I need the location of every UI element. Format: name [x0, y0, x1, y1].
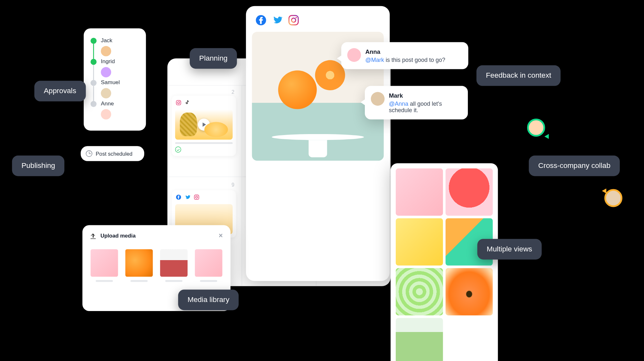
- post-scheduled-label: Post scheduled: [96, 151, 132, 157]
- upload-icon: [90, 233, 96, 239]
- avatar: [347, 48, 361, 62]
- grid-image[interactable]: [396, 268, 443, 316]
- media-library-pill: Media library: [178, 289, 239, 310]
- upload-media-label[interactable]: Upload media: [100, 233, 136, 239]
- comment-body: @Anna all good let's schedule it.: [389, 101, 460, 113]
- media-thumbnail[interactable]: [90, 249, 118, 282]
- grid-image[interactable]: [446, 169, 493, 216]
- comment-author: Mark: [389, 92, 460, 99]
- play-icon[interactable]: [198, 119, 210, 131]
- comment-body: @Mark is this post good to go?: [365, 57, 460, 63]
- twitter-icon: [184, 194, 191, 200]
- media-thumbnail[interactable]: [125, 249, 153, 282]
- approvals-pill: Approvals: [34, 81, 86, 102]
- approver-row: Anne: [90, 100, 139, 120]
- calendar-day-number: 2: [232, 89, 234, 95]
- cursor-icon: [545, 134, 551, 140]
- close-icon[interactable]: ×: [219, 232, 223, 240]
- tiktok-icon: [184, 99, 191, 106]
- status-dot-approved: [90, 38, 97, 44]
- check-icon: [175, 147, 181, 153]
- status-dot-pending: [90, 80, 97, 86]
- avatar: [371, 92, 385, 106]
- instagram-icon: [193, 194, 200, 200]
- comment-author: Anna: [365, 48, 460, 55]
- approver-row: Ingrid: [90, 58, 139, 77]
- collaborator-avatar: [527, 119, 545, 137]
- comment-bubble[interactable]: Mark @Anna all good let's schedule it.: [365, 86, 468, 120]
- comment-bubble[interactable]: Anna @Mark is this post good to go?: [341, 42, 469, 69]
- media-thumbnail[interactable]: [160, 249, 188, 282]
- image-grid-card: [391, 163, 498, 361]
- avatar: [101, 67, 111, 77]
- instagram-icon[interactable]: [288, 15, 299, 26]
- svg-point-13: [296, 17, 297, 18]
- approver-name: Anne: [101, 100, 114, 107]
- mention[interactable]: @Anna: [389, 101, 408, 107]
- post-thumbnail: [175, 110, 233, 140]
- avatar: [101, 46, 111, 56]
- planning-pill: Planning: [190, 48, 237, 69]
- grid-image[interactable]: [396, 218, 443, 266]
- status-dot-pending: [90, 101, 97, 107]
- approver-name: Ingrid: [101, 58, 115, 64]
- twitter-icon[interactable]: [272, 15, 283, 26]
- svg-point-1: [177, 102, 179, 103]
- avatar: [101, 88, 111, 98]
- svg-point-5: [195, 196, 197, 198]
- svg-rect-11: [289, 15, 298, 25]
- multiple-views-pill: Multiple views: [477, 239, 542, 259]
- cross-company-pill: Cross-company collab: [529, 156, 620, 176]
- approver-row: Samuel: [90, 79, 139, 98]
- calendar-post[interactable]: [172, 96, 236, 156]
- svg-point-12: [291, 18, 296, 22]
- calendar-day-number: 9: [232, 182, 234, 188]
- approver-name: Jack: [101, 37, 112, 44]
- approver-name: Samuel: [101, 79, 120, 85]
- post-scheduled-chip: Post scheduled: [81, 146, 144, 161]
- facebook-icon: [175, 194, 182, 200]
- media-thumbnail[interactable]: [195, 249, 223, 282]
- approvals-card: Jack Ingrid Samuel Anne: [84, 28, 146, 131]
- grid-image[interactable]: [396, 169, 443, 216]
- feedback-pill: Feedback in context: [477, 65, 561, 86]
- publishing-pill: Publishing: [12, 156, 64, 176]
- approver-row: Jack: [90, 37, 139, 56]
- grid-image[interactable]: [446, 268, 493, 316]
- instagram-icon: [175, 99, 182, 106]
- facebook-icon[interactable]: [255, 15, 267, 26]
- svg-rect-4: [194, 195, 199, 200]
- status-dot-approved: [90, 59, 97, 65]
- avatar: [101, 109, 111, 120]
- grid-image[interactable]: [396, 318, 443, 361]
- clock-icon: [86, 151, 92, 157]
- svg-point-2: [180, 101, 180, 102]
- mention[interactable]: @Mark: [365, 57, 384, 63]
